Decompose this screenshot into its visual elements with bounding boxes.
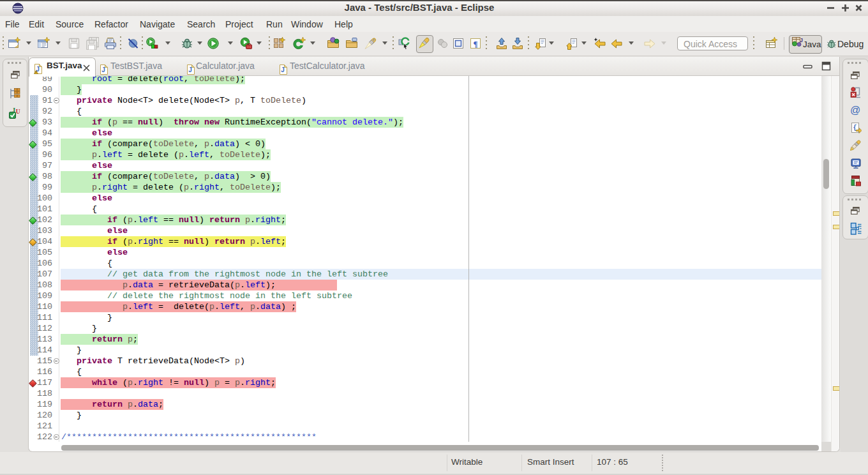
- svg-text:U: U: [16, 108, 20, 115]
- svg-text:J: J: [101, 66, 105, 73]
- svg-text:¶: ¶: [473, 39, 477, 49]
- svg-text:J: J: [188, 66, 192, 73]
- svg-text:J: J: [281, 66, 285, 73]
